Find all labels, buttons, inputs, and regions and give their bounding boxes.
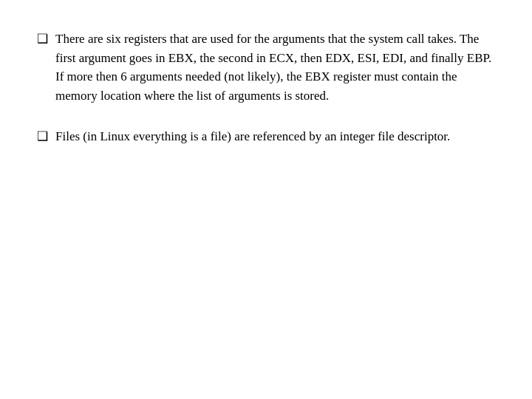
bullet-marker-1: ❑ [37,30,48,49]
bullet-item-1: ❑ There are six registers that are used … [37,30,495,105]
bullet-text-1: There are six registers that are used fo… [55,30,495,105]
page-container: ❑ There are six registers that are used … [0,0,532,399]
bullet-marker-2: ❑ [37,128,48,146]
bullet-text-2: Files (in Linux everything is a file) ar… [55,127,495,146]
bullet-item-2: ❑ Files (in Linux everything is a file) … [37,127,495,146]
